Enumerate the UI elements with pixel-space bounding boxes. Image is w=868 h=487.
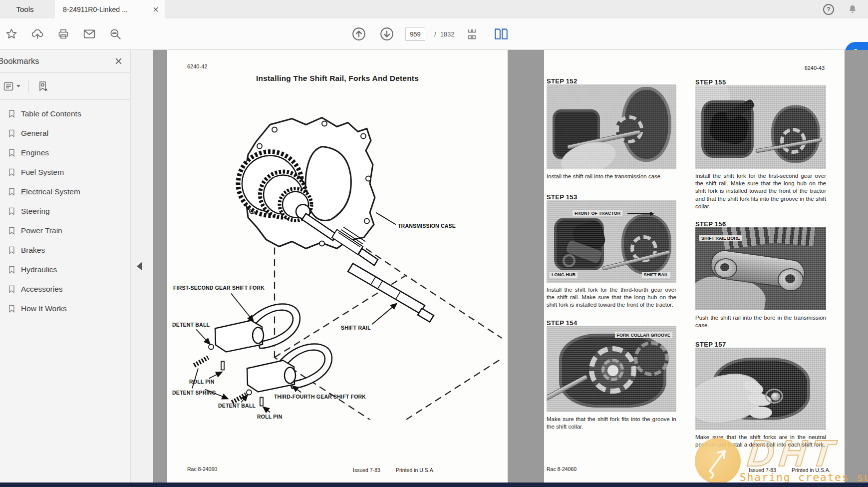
main-toolbar: 959 / 1832 — [0, 18, 868, 50]
bookmark-options-icon[interactable] — [0, 79, 23, 94]
bookmark-icon — [7, 148, 16, 157]
footer-issued: Issued 7-83 — [749, 467, 776, 473]
photo-label-shift-rail-bore: SHIFT RAIL BORE — [699, 235, 742, 241]
right-page-left-column: STEP 152 Install the shift rail into the… — [547, 50, 676, 487]
step-caption: Push the shift rail into the bore in the… — [695, 314, 826, 329]
diagram-label-roll-pin-2: ROLL PIN — [257, 414, 282, 420]
sidebar-item-steering[interactable]: Steering — [0, 201, 130, 221]
panel-gutter — [131, 50, 153, 487]
page-down-icon[interactable] — [377, 24, 396, 43]
footer-printed: Printed in U.S.A. — [396, 467, 435, 473]
close-tab-icon[interactable] — [152, 5, 160, 13]
footer-issued: Issued 7-83 — [353, 467, 380, 473]
bottom-bar — [0, 483, 868, 487]
step-157-photo — [695, 348, 826, 430]
tab-bar: Tools 8-24911R0-Linked ... ? — [0, 0, 868, 18]
tab-document[interactable]: 8-24911R0-Linked ... — [55, 0, 165, 18]
tab-tools[interactable]: Tools — [0, 0, 50, 18]
diagram-label-detent-ball-1: DETENT BALL — [172, 322, 210, 328]
email-icon[interactable] — [80, 24, 99, 43]
page-ref: 6240-42 — [187, 63, 207, 69]
diagram-label-roll-pin-1: ROLL PIN — [189, 379, 214, 385]
page-total-value: 1832 — [440, 30, 455, 38]
toolbar-page-controls: 959 / 1832 — [349, 18, 511, 49]
diagram-label-third-fourth-fork: THIRD-FOURTH GEAR SHIFT FORK — [274, 394, 366, 400]
acrobat-window: Tools 8-24911R0-Linked ... ? — [0, 0, 868, 487]
bookmarks-title: Bookmarks — [0, 56, 39, 66]
step-caption: Install the shift fork for the third-fou… — [547, 286, 676, 309]
toolbar-left-group — [2, 18, 125, 49]
photo-label-long-hub: LONG HUB — [550, 272, 578, 278]
step-152-photo — [547, 84, 676, 169]
bookmark-icon — [7, 109, 16, 118]
sidebar-item-hydraulics[interactable]: Hydraulics — [0, 260, 130, 279]
step-156-photo: SHIFT RAIL BORE — [695, 227, 826, 310]
sidebar-item-engines[interactable]: Engines — [0, 143, 130, 162]
bookmark-icon — [7, 265, 16, 274]
section-title: Installing The Shift Rail, Forks And Det… — [167, 74, 508, 83]
diagram-label-detent-ball-2: DETENT BALL — [218, 403, 256, 409]
document-tab-title: 8-24911R0-Linked ... — [63, 5, 152, 13]
footer-doc-number: Rac 8-24060 — [547, 466, 577, 472]
bookmark-icon — [7, 129, 16, 138]
bookmark-icon — [7, 285, 16, 294]
bell-icon[interactable] — [847, 4, 858, 15]
footer-doc-number: Rac 8-24060 — [187, 466, 217, 472]
diagram-label-transmission-case: TRANSMISSION CASE — [398, 223, 456, 229]
bookmarks-header: Bookmarks — [0, 50, 130, 73]
step-153-photo: FRONT OF TRACTOR LONG HUB SHIFT RAIL — [547, 200, 676, 283]
tabbar-right-controls: ? — [823, 0, 858, 18]
print-icon[interactable] — [54, 24, 73, 43]
diagram-label-detent-spring: DETENT SPRING — [172, 390, 216, 396]
bookmarks-panel: Bookmarks Table of Contents General — [0, 50, 131, 487]
step-caption: Install the shift fork for the first-sec… — [695, 172, 826, 210]
cloud-upload-icon[interactable] — [28, 24, 47, 43]
chevron-down-icon — [16, 85, 20, 87]
page-separator: / — [434, 30, 436, 38]
help-icon[interactable]: ? — [823, 4, 834, 15]
two-page-view-icon[interactable] — [492, 24, 511, 43]
page-count: / 1832 — [434, 30, 455, 38]
step-caption: Install the shift rail into the transmis… — [547, 173, 676, 180]
sidebar-item-table-of-contents[interactable]: Table of Contents — [0, 104, 130, 123]
photo-label-front-of-tractor: FRONT OF TRACTOR — [573, 210, 622, 216]
document-area[interactable]: 6240-42 Installing The Shift Rail, Forks… — [153, 50, 868, 487]
zoom-search-icon[interactable] — [106, 24, 125, 43]
pdf-page-left: 6240-42 Installing The Shift Rail, Forks… — [167, 50, 508, 487]
step-heading: STEP 153 — [547, 193, 577, 201]
sidebar-item-accessories[interactable]: Accessories — [0, 279, 130, 299]
sidebar-item-fuel-system[interactable]: Fuel System — [0, 162, 130, 182]
right-page-right-column: STEP 155 Install the shift fork for the … — [695, 50, 826, 487]
step-heading: STEP 156 — [695, 220, 726, 228]
pdf-page-right: 6240-43 STEP 152 Install the shift rail … — [544, 50, 845, 487]
bookmark-icon — [7, 226, 16, 235]
arrow-right-icon — [627, 213, 650, 214]
close-bookmarks-icon[interactable] — [113, 56, 123, 66]
diagram-label-shift-rail: SHIFT RAIL — [341, 325, 371, 331]
bookmark-search-icon[interactable] — [34, 78, 52, 94]
bookmark-icon — [7, 187, 16, 196]
collapse-panel-arrow-icon[interactable] — [137, 262, 147, 272]
diagram-label-first-second-fork: FIRST-SECOND GEAR SHIFT FORK — [173, 285, 265, 291]
step-155-photo — [695, 85, 826, 169]
tools-tab-label: Tools — [16, 5, 33, 13]
sidebar-item-how-it-works[interactable]: How It Works — [0, 299, 130, 318]
page-number-input[interactable]: 959 — [405, 27, 425, 40]
bookmark-icon — [7, 304, 16, 313]
exploded-diagram: TRANSMISSION CASE FIRST-SECOND GEAR SHIF… — [172, 97, 502, 420]
step-heading: STEP 157 — [695, 341, 726, 348]
bookmark-icon — [7, 207, 16, 216]
sidebar-item-general[interactable]: General — [0, 123, 130, 143]
page-thumbnails-icon[interactable] — [464, 24, 483, 43]
photo-label-shift-rail: SHIFT RAIL — [642, 272, 671, 278]
star-icon[interactable] — [2, 24, 21, 43]
sidebar-item-brakes[interactable]: Brakes — [0, 240, 130, 260]
sidebar-item-electrical-system[interactable]: Electrical System — [0, 182, 130, 201]
photo-label-fork-collar-groove: FORK COLLAR GROOVE — [615, 332, 673, 338]
sidebar-item-power-train[interactable]: Power Train — [0, 221, 130, 240]
step-heading: STEP 154 — [547, 319, 577, 327]
bookmarks-toolbar — [0, 73, 130, 100]
footer-printed: Printed in U.S.A. — [792, 467, 831, 473]
page-up-icon[interactable] — [349, 24, 368, 43]
step-caption: Make sure that the shift forks are in th… — [695, 434, 826, 449]
